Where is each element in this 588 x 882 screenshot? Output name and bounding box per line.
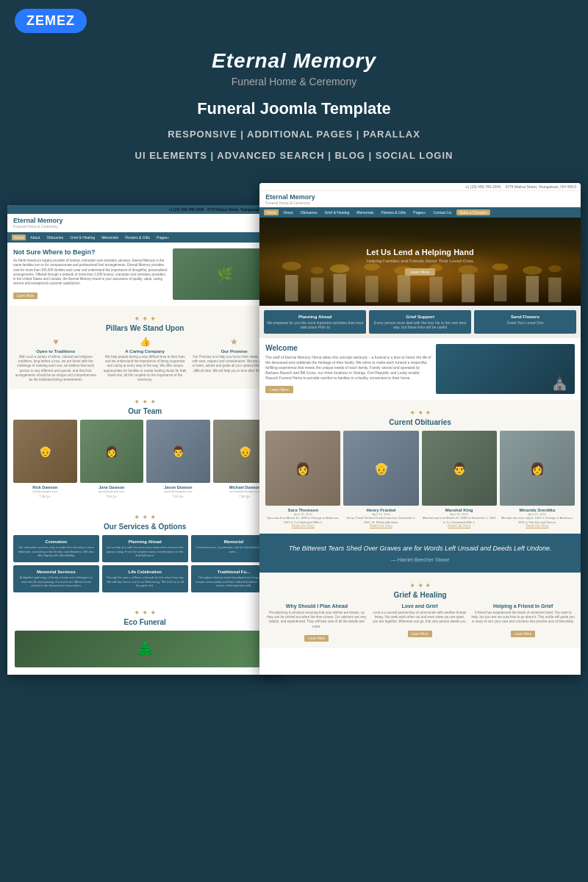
obit-link-3[interactable]: Read Life Story [422, 524, 497, 528]
service-memorial-services-text: A dignified gathering of family, friends… [17, 576, 96, 588]
preview-left: +1 (23) 456-780-2340 4779 Walnut Street,… [7, 205, 282, 675]
grief-columns: Why Should I Plan Ahead Pre-planning is … [265, 603, 575, 642]
service-memorial-services-title: Memorial Services [17, 570, 96, 574]
obit-photo-3: 👨 [422, 431, 497, 506]
team-email-3: jason@example.com [146, 490, 210, 493]
heart-icon: ♥ [13, 337, 98, 347]
team-social-2: f tw g+ [80, 494, 144, 498]
obit-4: 👩 Miranda Srerdika April 21, 2016 Mirand… [500, 431, 575, 528]
pillar-item-2: 👍 A Caring Company We help people during… [102, 337, 187, 383]
left-tab-home[interactable]: Home [12, 234, 26, 240]
services-ornament: ✦ ✦ ✦ [13, 510, 276, 523]
welcome-btn[interactable]: Learn More [265, 386, 293, 393]
hero-text: Let Us Lend a Helping Hand Helping Famil… [367, 248, 474, 276]
services-top-row: Cremation Our cremation services vary in… [13, 535, 276, 562]
svg-rect-13 [365, 276, 378, 302]
service-planning-title: Planning Ahead [106, 539, 184, 544]
right-phone: +1 (23) 456-780-2340 [465, 184, 501, 189]
service-memorial-services: Memorial Services A dignified gathering … [13, 565, 99, 592]
obit-link-1[interactable]: Read Life Story [265, 524, 340, 528]
team-social-1: f tw g+ [13, 494, 77, 498]
service-card-2: Grief Support Every person must deal wit… [369, 310, 471, 334]
right-tab-memorials[interactable]: Memorials [354, 209, 376, 215]
right-tab-flowers[interactable]: Flowers & Gifts [379, 209, 408, 215]
grief-col-2: Love and Grief Love is a sacred partners… [373, 603, 467, 642]
service-card-3: Send Flowers Greet Your Loved One [474, 310, 576, 334]
service-life-celebration: Life Celebration Through the years, mill… [102, 565, 188, 592]
left-tab-memorials[interactable]: Memorials [99, 234, 121, 240]
eco-title: Eco Funeral [15, 618, 275, 626]
svg-rect-16 [462, 274, 474, 302]
left-tab-about[interactable]: About [28, 234, 42, 240]
grief-col-1-btn[interactable]: Learn More [304, 635, 329, 642]
obit-3: 👨 Marshal King April 20, 2016 Marshal wa… [422, 431, 497, 528]
zemez-logo[interactable]: ZEMEZ [15, 9, 87, 33]
eco-image: 🌲 [15, 631, 275, 667]
eco-ornament: ✦ ✦ ✦ [15, 606, 275, 618]
service-cremation-title: Cremation [17, 539, 96, 544]
obit-photo-2: 👴 [343, 431, 418, 506]
grief-ornament: ✦ ✦ ✦ [265, 578, 575, 591]
svg-rect-15 [430, 276, 442, 302]
service-card-1-text: We prepared for you the most important a… [267, 320, 363, 329]
pillars-title: Pillars We Stand Upon [13, 324, 276, 332]
quote-banner: The Bitterest Tears Shed Over Graves are… [259, 534, 581, 573]
service-cards-row: Planning Ahead We prepared for you the m… [259, 306, 581, 338]
preview-wrapper: +1 (23) 456-780-2340 4779 Walnut Street,… [0, 176, 588, 675]
team-social-3: f tw g+ [146, 494, 210, 498]
obit-photo-4: 👩 [500, 431, 575, 506]
right-tab-home[interactable]: Home [264, 209, 278, 215]
right-tab-grief[interactable]: Grief & Healing [322, 209, 351, 215]
hero-cta-btn[interactable]: Learn More [405, 268, 436, 276]
obit-link-4[interactable]: Read Life Story [500, 524, 575, 528]
right-tab-obituaries[interactable]: Obituaries [298, 209, 320, 215]
features-line2: UI ELEMENTS | ADVANCED SEARCH | BLOG | S… [15, 150, 573, 161]
not-sure-title: Not Sure Where to Begin? [13, 248, 168, 256]
page-title: Eternal Memory [15, 49, 573, 73]
service-card-3-text: Greet Your Loved One [477, 320, 573, 325]
team-member-1: 👴 Rick Dawson rick@example.com f tw g+ [13, 420, 77, 499]
obit-link-2[interactable]: Read Life Story [343, 524, 418, 528]
grief-col-1: Why Should I Plan Ahead Pre-planning is … [265, 603, 368, 642]
team-ornament: ✦ ✦ ✦ [13, 395, 276, 407]
obit-text-4: Miranda was born July 6, 1947 in Chicago… [500, 516, 575, 524]
right-tab-pages[interactable]: Pages+ [411, 209, 428, 215]
grief-col-2-text: Love is a sacred partnership of communio… [373, 611, 467, 625]
pillar-title-2: A Caring Company [102, 349, 187, 354]
obits-ornament: ✦ ✦ ✦ [265, 406, 575, 418]
left-tab-grief[interactable]: Grief & Healing [68, 234, 97, 240]
grief-col-3-text: A friend has experienced the death of so… [471, 611, 575, 625]
svg-rect-10 [285, 275, 298, 301]
grief-title: Grief & Healing [265, 591, 575, 599]
left-phone: +1 (23) 456-780-2340 [168, 207, 204, 212]
right-nav-donation-btn[interactable]: Make a Donation [456, 209, 490, 215]
obits-title: Curent Obituaries [265, 418, 575, 426]
grief-col-3: Helping a Friend in Grief A friend has e… [471, 603, 575, 642]
not-sure-btn[interactable]: Learn More [13, 293, 37, 299]
obituaries-grid: 👩 Sara Thomson April 18, 2016 Sara was b… [265, 431, 575, 528]
left-tab-pages[interactable]: Pages+ [154, 234, 171, 240]
svg-point-9 [548, 265, 561, 273]
team-photo-3: 👨 [146, 420, 210, 484]
svg-point-8 [523, 266, 542, 275]
svg-rect-12 [334, 274, 346, 302]
team-photo-1: 👴 [13, 420, 77, 484]
obit-text-1: Sara was born March 15, 1936 in Chicago … [265, 516, 340, 524]
header-bar: ZEMEZ [0, 0, 588, 42]
right-tab-contact[interactable]: Contact Us [431, 209, 453, 215]
grief-col-3-btn[interactable]: Learn More [511, 631, 535, 637]
svg-rect-19 [548, 278, 561, 303]
right-tab-about[interactable]: About [282, 209, 295, 215]
left-tab-obituaries[interactable]: Obituaries [44, 234, 65, 240]
hero-section: Let Us Lend a Helping Hand Helping Famil… [259, 218, 581, 306]
title-section: Eternal Memory Funeral Home & Ceremony F… [0, 42, 588, 176]
left-tab-flowers[interactable]: Flowers & Gifts [123, 234, 152, 240]
pillar-title-1: Open to Traditions [13, 349, 98, 354]
pillar-item-1: ♥ Open to Traditions With such a variety… [13, 337, 98, 383]
welcome-image [436, 344, 575, 394]
right-logo-group: Eternal Memory Funeral Home & Ceremony [265, 193, 315, 205]
hero-subtext: Helping Families and Friends Honor Their… [367, 259, 474, 263]
team-member-3: 👨 Jason Dawson jason@example.com f tw g+ [146, 420, 210, 499]
services-title: Our Services & Options [13, 523, 276, 531]
grief-col-2-btn[interactable]: Learn More [408, 631, 432, 637]
